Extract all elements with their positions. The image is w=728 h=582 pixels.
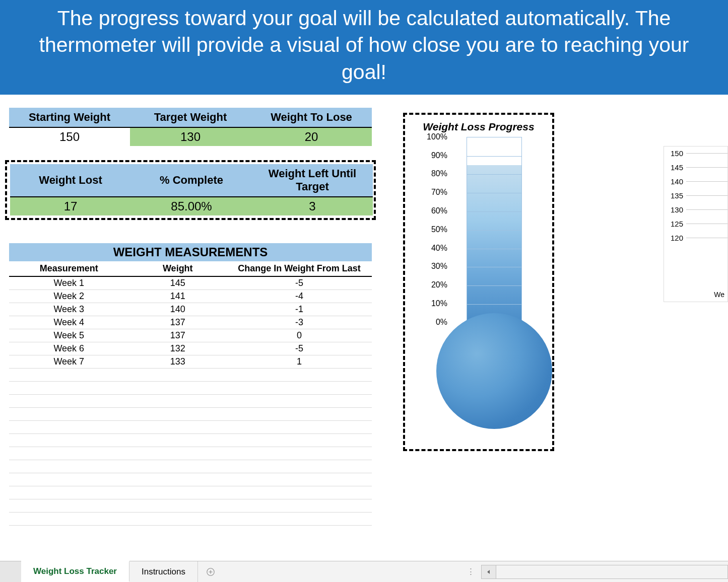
cell-measurement[interactable]: Week 7 xyxy=(9,356,129,367)
table-row-empty[interactable] xyxy=(9,408,372,421)
table-row-empty[interactable] xyxy=(9,499,372,513)
table-row-empty[interactable] xyxy=(9,513,372,526)
sidechart-tick: 125 xyxy=(664,217,727,231)
plus-circle-icon xyxy=(206,567,215,576)
cell-measurement[interactable]: Week 1 xyxy=(9,278,129,288)
tab-instructions[interactable]: Instructions xyxy=(129,561,198,582)
table-row[interactable]: Week 1145-5 xyxy=(9,277,372,290)
sidechart-tick: 135 xyxy=(664,189,727,203)
thermometer-panel: Weight Loss Progress 100%90%80%70%60%50%… xyxy=(403,113,554,451)
progress-highlight-box: Weight Lost % Complete Weight Left Until… xyxy=(5,160,376,220)
table-row-empty[interactable] xyxy=(9,486,372,499)
summary-goals-table: Starting Weight Target Weight Weight To … xyxy=(9,108,372,146)
table-row-empty[interactable] xyxy=(9,369,372,382)
tab-weight-loss-tracker[interactable]: Weight Loss Tracker xyxy=(21,561,129,582)
cell-change[interactable]: -1 xyxy=(227,304,372,315)
sidechart-tick: 140 xyxy=(664,175,727,189)
table-row-empty[interactable] xyxy=(9,421,372,434)
cell-change[interactable]: -5 xyxy=(227,278,372,288)
header-weight-to-lose: Weight To Lose xyxy=(251,108,372,127)
axis-tick-label: 30% xyxy=(431,262,447,271)
sheet-tab-bar: Weight Loss Tracker Instructions ⋮ xyxy=(0,561,728,582)
cell-target-weight[interactable]: 130 xyxy=(130,127,251,146)
cell-weight[interactable]: 145 xyxy=(129,278,227,288)
table-row[interactable]: Week 71331 xyxy=(9,355,372,369)
header-change: Change In Weight From Last xyxy=(227,261,372,276)
cell-change[interactable]: 0 xyxy=(227,330,372,341)
triangle-left-icon xyxy=(486,569,491,574)
sidechart-tick: 150 xyxy=(664,147,727,161)
table-row-empty[interactable] xyxy=(9,460,372,473)
cell-weight-to-lose[interactable]: 20 xyxy=(251,127,372,146)
add-sheet-button[interactable] xyxy=(198,561,223,582)
header-percent-complete: % Complete xyxy=(131,164,252,197)
cell-starting-weight[interactable]: 150 xyxy=(9,127,130,146)
cell-percent-complete[interactable]: 85.00% xyxy=(131,197,252,215)
cell-measurement[interactable]: Week 2 xyxy=(9,291,129,302)
summary-progress-table: Weight Lost % Complete Weight Left Until… xyxy=(10,164,373,215)
header-weight-left: Weight Left Until Target xyxy=(252,164,373,197)
spreadsheet-area: Starting Weight Target Weight Weight To … xyxy=(0,95,728,533)
weight-trend-chart-partial: 150145140135130125120 We xyxy=(664,146,728,302)
cell-weight[interactable]: 137 xyxy=(129,317,227,328)
thermometer-axis-labels: 100%90%80%70%60%50%40%30%20%10%0% xyxy=(415,137,447,323)
sidechart-tick: 120 xyxy=(664,231,727,245)
table-row-empty[interactable] xyxy=(9,382,372,395)
axis-tick-label: 40% xyxy=(431,244,447,253)
table-row[interactable]: Week 2141-4 xyxy=(9,290,372,303)
table-row-empty[interactable] xyxy=(9,473,372,486)
axis-tick-label: 20% xyxy=(431,280,447,289)
scroll-left-button[interactable] xyxy=(481,565,496,579)
axis-tick-label: 50% xyxy=(431,225,447,234)
axis-tick-label: 90% xyxy=(431,151,447,160)
cell-change[interactable]: -5 xyxy=(227,343,372,354)
measurements-title: WEIGHT MEASUREMENTS xyxy=(9,243,372,261)
table-row[interactable]: Week 51370 xyxy=(9,329,372,342)
cell-measurement[interactable]: Week 4 xyxy=(9,317,129,328)
thermometer-bulb xyxy=(436,313,552,429)
table-row-empty[interactable] xyxy=(9,434,372,447)
thermometer-title: Weight Loss Progress xyxy=(411,121,546,133)
thermometer-ticks xyxy=(467,137,521,322)
table-row[interactable]: Week 3140-1 xyxy=(9,303,372,316)
horizontal-scrollbar[interactable] xyxy=(496,565,728,579)
cell-weight[interactable]: 141 xyxy=(129,291,227,302)
axis-tick-label: 100% xyxy=(427,132,447,141)
thermometer-tube xyxy=(467,137,522,322)
table-row[interactable]: Week 6132-5 xyxy=(9,342,372,355)
header-weight-lost: Weight Lost xyxy=(10,164,131,197)
cell-weight-left[interactable]: 3 xyxy=(252,197,373,215)
table-row-empty[interactable] xyxy=(9,395,372,408)
sidechart-cut-label: We xyxy=(714,290,724,299)
table-row[interactable]: Week 4137-3 xyxy=(9,316,372,329)
sheet-options-indicator[interactable]: ⋮ xyxy=(461,566,481,577)
cell-weight[interactable]: 137 xyxy=(129,330,227,341)
instruction-banner: The progress toward your goal will be ca… xyxy=(0,0,728,95)
cell-weight[interactable]: 132 xyxy=(129,343,227,354)
table-row-empty[interactable] xyxy=(9,447,372,460)
axis-tick-label: 10% xyxy=(431,299,447,308)
axis-tick-label: 70% xyxy=(431,188,447,197)
header-measurement: Measurement xyxy=(9,261,129,276)
cell-weight-lost[interactable]: 17 xyxy=(10,197,131,215)
axis-tick-label: 60% xyxy=(431,206,447,215)
cell-measurement[interactable]: Week 3 xyxy=(9,304,129,315)
measurements-table: WEIGHT MEASUREMENTS Measurement Weight C… xyxy=(9,243,372,526)
cell-measurement[interactable]: Week 5 xyxy=(9,330,129,341)
axis-tick-label: 80% xyxy=(431,169,447,178)
cell-weight[interactable]: 140 xyxy=(129,304,227,315)
svg-marker-3 xyxy=(487,570,490,574)
sidechart-tick: 145 xyxy=(664,161,727,175)
cell-change[interactable]: -3 xyxy=(227,317,372,328)
cell-change[interactable]: -4 xyxy=(227,291,372,302)
sidechart-tick: 130 xyxy=(664,203,727,217)
cell-weight[interactable]: 133 xyxy=(129,356,227,367)
header-target-weight: Target Weight xyxy=(130,108,251,127)
header-starting-weight: Starting Weight xyxy=(9,108,130,127)
header-weight: Weight xyxy=(129,261,227,276)
axis-tick-label: 0% xyxy=(436,318,447,327)
cell-measurement[interactable]: Week 6 xyxy=(9,343,129,354)
cell-change[interactable]: 1 xyxy=(227,356,372,367)
